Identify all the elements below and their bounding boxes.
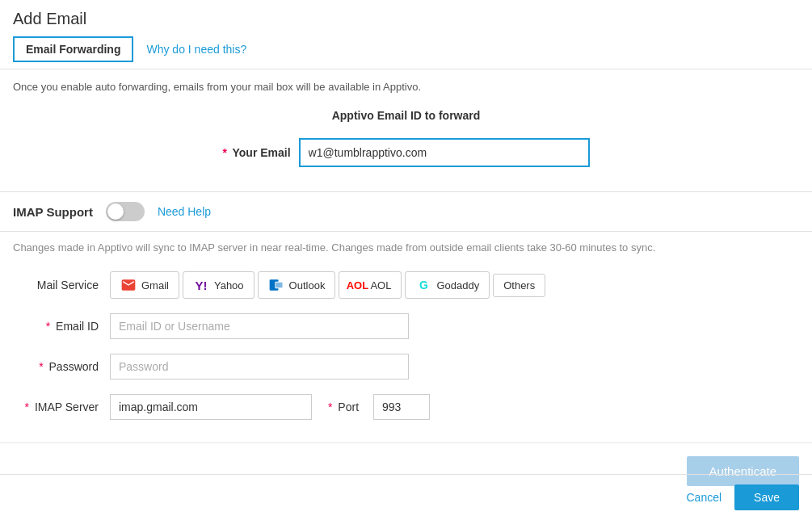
forwarding-description: Once you enable auto forwarding, emails …: [0, 69, 812, 101]
email-id-form-label: * Email ID: [13, 320, 110, 333]
email-id-section-label: Apptivo Email ID to forward: [13, 109, 799, 122]
port-input[interactable]: [373, 394, 430, 420]
need-help-link[interactable]: Need Help: [158, 205, 211, 218]
outlook-label: Outlook: [289, 279, 326, 291]
required-star: *: [222, 146, 226, 159]
outlook-icon: [268, 277, 284, 293]
aol-label: AOL: [370, 279, 391, 291]
password-row: * Password: [13, 354, 799, 380]
your-email-input[interactable]: [299, 138, 590, 167]
mail-service-aol[interactable]: AOL AOL: [339, 271, 402, 299]
aol-icon: AOL: [349, 277, 365, 293]
your-email-label: * Your Email: [222, 146, 290, 159]
mail-service-gmail[interactable]: Gmail: [110, 271, 179, 299]
imap-server-form-label: * IMAP Server: [13, 400, 110, 413]
cancel-button[interactable]: Cancel: [686, 491, 722, 504]
mail-service-outlook[interactable]: Outlook: [258, 271, 336, 299]
imap-server-input[interactable]: [110, 394, 312, 420]
save-button[interactable]: Save: [734, 484, 799, 510]
godaddy-label: Godaddy: [436, 279, 479, 291]
mail-service-label: Mail Service: [13, 279, 110, 291]
mail-service-row: Mail Service Gmail Y! Yahoo: [13, 271, 799, 299]
imap-support-label: IMAP Support: [13, 205, 93, 219]
port-label: * Port: [328, 400, 359, 413]
footer-row: Cancel Save: [0, 474, 812, 520]
password-form-label: * Password: [13, 360, 110, 373]
others-label: Others: [503, 279, 535, 291]
mail-service-yahoo[interactable]: Y! Yahoo: [183, 271, 255, 299]
yahoo-icon: Y!: [193, 277, 209, 293]
why-do-i-need-this-link[interactable]: Why do I need this?: [146, 43, 246, 56]
svg-rect-2: [276, 283, 282, 288]
godaddy-icon: G: [415, 277, 431, 293]
tab-email-forwarding[interactable]: Email Forwarding: [13, 36, 133, 62]
mail-service-buttons: Gmail Y! Yahoo Outlook AOL AOL: [110, 271, 545, 299]
gmail-icon: [120, 277, 137, 293]
gmail-label: Gmail: [141, 279, 169, 291]
imap-sync-note: Changes made in Apptivo will sync to IMA…: [0, 232, 812, 263]
page-title: Add Email: [13, 10, 799, 28]
email-id-input[interactable]: [110, 313, 409, 339]
email-id-row: * Email ID: [13, 313, 799, 339]
mail-service-godaddy[interactable]: G Godaddy: [405, 271, 490, 299]
imap-server-port-group: * Port: [110, 394, 430, 420]
imap-server-row: * IMAP Server * Port: [13, 394, 799, 420]
mail-service-others[interactable]: Others: [493, 274, 545, 297]
yahoo-label: Yahoo: [214, 279, 244, 291]
password-input[interactable]: [110, 354, 409, 380]
imap-toggle[interactable]: [106, 202, 145, 221]
